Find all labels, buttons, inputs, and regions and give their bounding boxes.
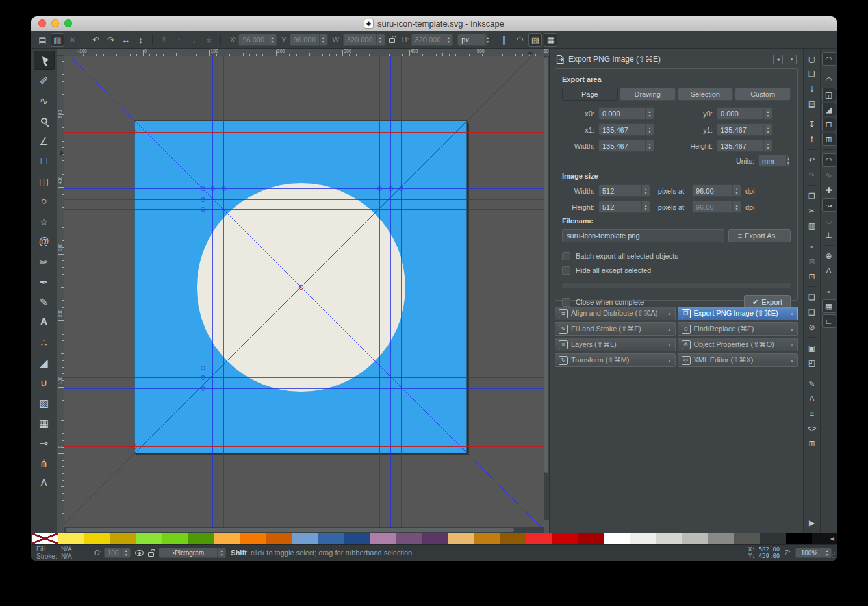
- group-button[interactable]: ▣: [805, 341, 819, 355]
- zoom-selection-button[interactable]: ▫: [805, 240, 819, 253]
- no-color-swatch[interactable]: [31, 533, 58, 544]
- resize-grip[interactable]: [828, 552, 835, 559]
- palette-swatch-d3d7cf[interactable]: [656, 533, 682, 544]
- dock-tab-find-replace[interactable]: ⊙Find/Replace (⌘F)▲: [678, 322, 798, 336]
- vertical-scrollbar[interactable]: [544, 56, 549, 520]
- tool-ellipse[interactable]: ○: [34, 192, 55, 211]
- width-dpi-field[interactable]: 96.00: [692, 184, 741, 197]
- snap-paths[interactable]: ∿: [822, 168, 836, 182]
- flip-vertical-button[interactable]: ↕: [134, 33, 147, 47]
- spinner[interactable]: [376, 34, 385, 45]
- y1-field[interactable]: 135.467: [717, 123, 772, 136]
- palette-swatch-fcaf3e[interactable]: [214, 533, 240, 544]
- width-field[interactable]: 135.467: [598, 140, 654, 152]
- units-dropdown[interactable]: px: [457, 34, 487, 46]
- tool-dropper[interactable]: ⊸: [34, 433, 55, 453]
- tool-spray[interactable]: ∴: [34, 333, 55, 352]
- collapse-triangle-icon[interactable]: ▲: [668, 312, 672, 316]
- palette-scroll-left-icon[interactable]: ◀: [830, 536, 834, 542]
- drawing-canvas[interactable]: [64, 56, 549, 533]
- tool-gradient[interactable]: ▧: [34, 393, 55, 412]
- horizontal-scrollbar-thumb[interactable]: [66, 528, 514, 532]
- deselect-button[interactable]: ✕: [66, 33, 79, 47]
- scale-corners-toggle[interactable]: ◠: [513, 33, 526, 47]
- h-field[interactable]: 320.000: [411, 34, 453, 46]
- export-area-page-button[interactable]: Page: [562, 88, 618, 101]
- text-dialog-button[interactable]: A: [805, 392, 819, 405]
- collapse-triangle-icon[interactable]: ▲: [668, 343, 672, 347]
- select-all-layers-button[interactable]: ▥: [51, 33, 64, 47]
- layers-dialog-button[interactable]: ≡: [805, 407, 819, 420]
- collapse-triangle-icon[interactable]: ▲: [668, 327, 672, 331]
- palette-swatch-ffffff[interactable]: [604, 533, 630, 544]
- open-document-button[interactable]: ❒: [805, 67, 819, 81]
- spinner[interactable]: [121, 548, 130, 557]
- export-area-drawing-button[interactable]: Drawing: [620, 88, 676, 101]
- vertical-scrollbar-thumb[interactable]: [544, 57, 548, 473]
- palette-swatch-000000[interactable]: [786, 533, 812, 544]
- canvas-viewport[interactable]: [64, 56, 549, 533]
- filename-input[interactable]: suru-icon-template.png: [562, 229, 724, 242]
- select-all-button[interactable]: ▤: [36, 33, 49, 47]
- tool-tweak[interactable]: ∿: [34, 91, 55, 110]
- x0-field[interactable]: 0.000: [598, 107, 654, 120]
- tool-paint-bucket[interactable]: ∪: [34, 373, 55, 392]
- fill-stroke-dialog-button[interactable]: ✎: [805, 377, 819, 390]
- tool-mesh-gradient[interactable]: ▦: [34, 413, 55, 433]
- palette-swatch-eeeeec[interactable]: [630, 533, 656, 544]
- spinner[interactable]: [763, 108, 772, 119]
- snap-guides[interactable]: ∟: [822, 314, 836, 328]
- dock-tab-export-png[interactable]: ❐Export PNG Image (⇧⌘E)▲: [678, 307, 798, 320]
- spinner[interactable]: [444, 34, 452, 45]
- spinner[interactable]: [641, 201, 650, 212]
- scale-stroke-toggle[interactable]: ∥: [497, 33, 511, 47]
- snap-nodes[interactable]: ◠: [822, 153, 836, 167]
- spinner[interactable]: [645, 140, 654, 151]
- palette-swatch-75507b[interactable]: [396, 533, 422, 544]
- palette-swatch-fce94f[interactable]: [58, 533, 84, 544]
- horizontal-ruler[interactable]: -1000100200300400500600: [64, 49, 549, 56]
- palette-swatch-c4a000[interactable]: [110, 533, 136, 544]
- import-bitmap-button[interactable]: ↧: [805, 118, 819, 131]
- palette-swatch-3465a4[interactable]: [318, 533, 344, 544]
- move-gradients-toggle[interactable]: ▧: [528, 33, 542, 47]
- raise-to-top-button[interactable]: ↟: [157, 33, 171, 47]
- palette-swatch-babdb6[interactable]: [682, 533, 708, 544]
- tool-measure[interactable]: ∠: [34, 131, 55, 151]
- tool-calligraphy[interactable]: ✒: [34, 272, 55, 292]
- tool-spiral[interactable]: @: [34, 232, 55, 251]
- tool-pencil[interactable]: ✏: [34, 252, 55, 271]
- move-patterns-toggle[interactable]: ▦: [544, 33, 557, 47]
- tool-selector[interactable]: [34, 51, 55, 70]
- y0-field[interactable]: 0.000: [717, 107, 772, 120]
- palette-swatch-204a87[interactable]: [344, 533, 370, 544]
- fill-stroke-indicator[interactable]: Fill: N/A Stroke: N/A: [36, 546, 90, 560]
- palette-swatch-e9b96e[interactable]: [448, 533, 474, 544]
- dock-tab-xml-editor[interactable]: <>XML Editor (⇧⌘X)▲: [678, 353, 798, 367]
- ungroup-button[interactable]: ◰: [805, 356, 819, 370]
- palette-swatch-8ae234[interactable]: [136, 533, 162, 544]
- collapse-triangle-icon[interactable]: ▲: [790, 327, 794, 331]
- layer-lock-icon[interactable]: [148, 552, 154, 557]
- zoom-field[interactable]: 100%: [795, 548, 832, 558]
- dock-tab-transform[interactable]: ↻Transform (⇧⌘M)▲: [555, 353, 676, 367]
- copy-button[interactable]: ❐: [805, 189, 819, 203]
- horizontal-scrollbar[interactable]: [64, 527, 544, 533]
- spinner[interactable]: [319, 34, 327, 45]
- dock-tab-fill-stroke[interactable]: ✎Fill and Stroke (⇧⌘F)▲: [555, 322, 676, 336]
- wh-lock-icon[interactable]: [389, 38, 395, 43]
- export-as-button[interactable]: ≡ Export As...: [728, 229, 791, 242]
- palette-swatch-cc0000[interactable]: [552, 533, 578, 544]
- toolbar-overflow-button[interactable]: ▶: [805, 516, 819, 529]
- tool-text[interactable]: A: [34, 312, 55, 332]
- print-document-button[interactable]: ▤: [805, 97, 819, 110]
- snap-text-baseline[interactable]: A: [822, 264, 836, 277]
- x-field[interactable]: 96.000: [238, 34, 277, 46]
- dock-tab-object-properties[interactable]: ⚙Object Properties (⇧⌘O)▲: [678, 338, 798, 351]
- palette-swatch-888a85[interactable]: [708, 533, 734, 544]
- cut-button[interactable]: ✂: [805, 204, 819, 218]
- rotate-cw-button[interactable]: ↷: [104, 33, 118, 47]
- close-when-complete-checkbox[interactable]: [562, 298, 570, 307]
- dock-tab-layers[interactable]: ≡Layers (⇧⌘L)▲: [555, 338, 676, 351]
- spinner[interactable]: [763, 140, 772, 151]
